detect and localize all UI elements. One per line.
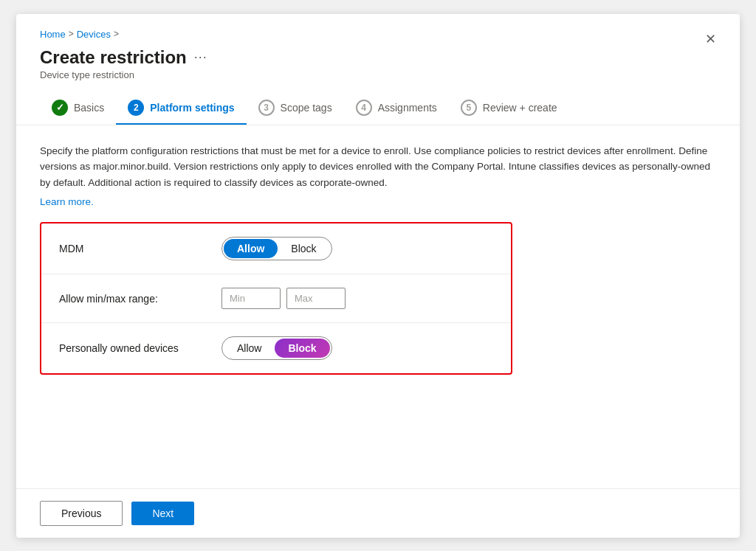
tab-assignments-label: Assignments: [378, 102, 437, 114]
description-text: Specify the platform configuration restr…: [40, 143, 716, 191]
tab-platform-settings[interactable]: 2 Platform settings: [116, 92, 246, 125]
mdm-block-button[interactable]: Block: [278, 239, 329, 258]
personally-owned-label: Personally owned devices: [59, 342, 221, 354]
tab-scope-circle: 3: [258, 100, 275, 116]
dialog-body: Specify the platform configuration restr…: [16, 125, 740, 488]
wizard-tabs: ✓ Basics 2 Platform settings 3 Scope tag…: [40, 92, 716, 125]
platform-settings-box: MDM Allow Block Allow min/max range: Per…: [40, 222, 512, 375]
min-input[interactable]: [221, 288, 281, 309]
previous-button[interactable]: Previous: [40, 501, 123, 526]
dialog-subtitle: Device type restriction: [40, 69, 716, 80]
breadcrumb-home[interactable]: Home: [40, 29, 66, 40]
personally-owned-toggle-group: Allow Block: [221, 336, 332, 360]
tab-scope-label: Scope tags: [281, 102, 332, 114]
tab-basics-circle: ✓: [52, 100, 68, 116]
tab-review-circle: 5: [461, 100, 477, 116]
personally-owned-row: Personally owned devices Allow Block: [41, 323, 511, 373]
range-inputs-group: [221, 288, 346, 309]
minmax-label: Allow min/max range:: [59, 293, 221, 305]
learn-more-link[interactable]: Learn more.: [40, 196, 94, 207]
personally-owned-allow-button[interactable]: Allow: [224, 339, 275, 358]
dialog-footer: Previous Next: [16, 488, 740, 538]
close-button[interactable]: ✕: [698, 27, 722, 51]
dialog-header: Home > Devices > Create restriction ··· …: [16, 14, 740, 125]
tab-assignments[interactable]: 4 Assignments: [344, 92, 449, 125]
mdm-label: MDM: [59, 243, 221, 254]
tab-platform-label: Platform settings: [150, 102, 234, 114]
mdm-setting-row: MDM Allow Block: [41, 223, 511, 274]
mdm-allow-button[interactable]: Allow: [224, 239, 278, 258]
tab-review-label: Review + create: [483, 102, 557, 114]
next-button[interactable]: Next: [131, 502, 194, 525]
mdm-toggle-group: Allow Block: [221, 237, 332, 260]
max-input[interactable]: [286, 288, 346, 309]
minmax-setting-row: Allow min/max range:: [41, 274, 511, 323]
tab-platform-circle: 2: [128, 100, 144, 116]
tab-review-create[interactable]: 5 Review + create: [449, 92, 569, 125]
breadcrumb-sep1: >: [69, 29, 74, 39]
tab-scope-tags[interactable]: 3 Scope tags: [247, 92, 344, 125]
breadcrumb-devices[interactable]: Devices: [77, 29, 111, 40]
more-options-icon[interactable]: ···: [194, 49, 207, 65]
tab-basics-label: Basics: [74, 102, 104, 114]
breadcrumb-sep2: >: [114, 29, 119, 39]
tab-assignments-circle: 4: [356, 100, 372, 116]
breadcrumb: Home > Devices >: [40, 29, 716, 40]
title-row: Create restriction ···: [40, 47, 716, 68]
tab-basics[interactable]: ✓ Basics: [40, 92, 116, 125]
dialog-title: Create restriction: [40, 47, 187, 68]
personally-owned-block-button[interactable]: Block: [275, 339, 329, 358]
create-restriction-dialog: Home > Devices > Create restriction ··· …: [16, 14, 740, 538]
